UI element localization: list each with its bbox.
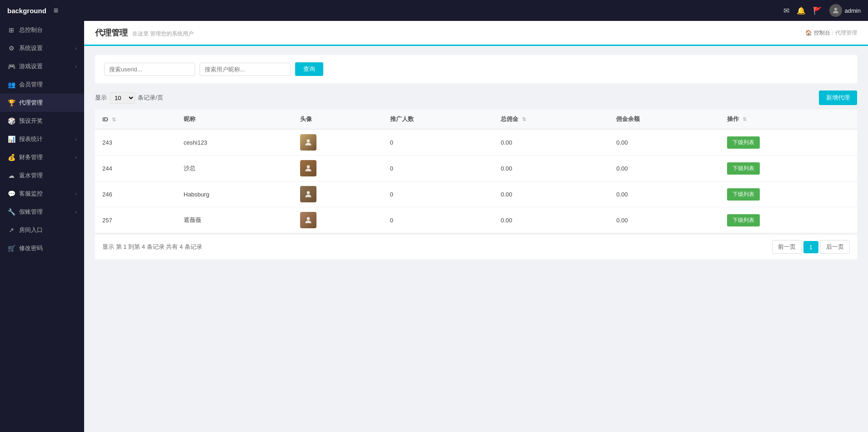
per-page-select[interactable]: 102550100: [110, 92, 135, 104]
bell-icon[interactable]: 🔔: [797, 6, 806, 15]
cell-commission-balance-2: 0.00: [609, 181, 720, 207]
cell-id-2: 246: [95, 181, 176, 207]
sidebar-item-member[interactable]: 👥 会员管理: [0, 75, 84, 94]
sidebar-item-refund[interactable]: ☁ 返水管理: [0, 166, 84, 185]
sub-list-button-3[interactable]: 下级列表: [727, 214, 760, 226]
avatar-thumb-3: [300, 212, 316, 228]
flag-icon[interactable]: 🚩: [813, 6, 822, 15]
sidebar-label-fake: 假账管理: [19, 208, 71, 216]
pagination-area: 显示 第 1 到第 4 条记录 共有 4 条记录 前一页 1 后一页: [95, 234, 857, 259]
user-menu[interactable]: admin: [829, 4, 861, 17]
sidebar-label-refund: 返水管理: [19, 171, 77, 180]
sidebar-arrow-game: ‹: [75, 64, 77, 69]
table-row: 257 遮薇薇 0 0.00 0.00 下级列表: [95, 207, 857, 233]
search-bar: 查询: [95, 55, 857, 83]
sidebar-item-agent[interactable]: 🏆 代理管理: [0, 94, 84, 112]
svg-point-1: [307, 139, 310, 142]
sidebar-icon-finance: 💰: [7, 154, 15, 161]
search-userid-input[interactable]: [104, 63, 195, 76]
col-id-label: ID: [102, 116, 108, 123]
sidebar-icon-service: 💬: [7, 190, 15, 197]
brand-logo: background: [7, 7, 46, 15]
col-actions: 操作 ⇅: [720, 110, 857, 129]
sidebar-icon-report: 📊: [7, 136, 15, 143]
add-agent-button[interactable]: 新增代理: [819, 90, 857, 105]
agent-table: ID ⇅ 昵称 头像 推广人数 总佣金 ⇅ 佣金余额: [95, 110, 857, 233]
sidebar-item-fake[interactable]: 🔧 假账管理 ‹: [0, 203, 84, 221]
sidebar-arrow-finance: ‹: [75, 155, 77, 160]
sidebar-icon-fake: 🔧: [7, 208, 15, 216]
sidebar-arrow-fake: ‹: [75, 209, 77, 215]
sidebar-label-report: 报表统计: [19, 135, 71, 143]
sidebar-item-dashboard[interactable]: ⊞ 总控制台: [0, 21, 84, 39]
sidebar-item-game[interactable]: 🎮 游戏设置 ‹: [0, 57, 84, 75]
svg-point-3: [307, 191, 310, 194]
cell-nickname-0: ceshi123: [176, 129, 293, 156]
query-button[interactable]: 查询: [295, 62, 323, 76]
per-page-label: 条记录/页: [138, 94, 163, 102]
cell-promotions-1: 0: [383, 156, 494, 181]
col-nickname: 昵称: [176, 110, 293, 129]
user-name: admin: [845, 7, 861, 14]
avatar-thumb-2: [300, 186, 316, 202]
sidebar-icon-password: 🛒: [7, 245, 15, 252]
table-controls: 显示 102550100 条记录/页 新增代理: [95, 90, 857, 105]
cell-actions-2: 下级列表: [720, 181, 857, 207]
avatar-thumb-0: [300, 134, 316, 151]
sidebar-item-finance[interactable]: 💰 财务管理 ‹: [0, 148, 84, 166]
sub-list-button-2[interactable]: 下级列表: [727, 188, 760, 201]
sub-list-button-1[interactable]: 下级列表: [727, 162, 760, 175]
sidebar-icon-game: 🎮: [7, 63, 15, 70]
sidebar-label-lottery: 预设开奖: [19, 117, 77, 125]
cell-avatar-0: [293, 129, 382, 156]
next-page-button[interactable]: 后一页: [820, 240, 850, 254]
sidebar-item-room[interactable]: ↗ 房间入口: [0, 221, 84, 239]
hamburger-button[interactable]: ≡: [54, 6, 59, 15]
page-subtitle: 在这里 管理您的系统用户: [132, 30, 194, 38]
sidebar-icon-room: ↗: [7, 226, 15, 234]
sub-list-button-0[interactable]: 下级列表: [727, 136, 760, 149]
table-row: 244 沙总 0 0.00 0.00 下级列表: [95, 156, 857, 181]
col-total-sort-icon[interactable]: ⇅: [522, 116, 526, 122]
search-username-input[interactable]: [200, 63, 291, 76]
sidebar-item-report[interactable]: 📊 报表统计 ‹: [0, 130, 84, 148]
col-total-commission-label: 总佣金: [501, 116, 518, 122]
cell-actions-3: 下级列表: [720, 207, 857, 233]
svg-point-4: [307, 217, 310, 220]
cell-commission-balance-0: 0.00: [609, 129, 720, 156]
page-title-area: 代理管理 在这里 管理您的系统用户: [95, 27, 194, 38]
page-header: 代理管理 在这里 管理您的系统用户 🏠 控制台 / 代理管理: [84, 21, 868, 46]
sidebar-icon-member: 👥: [7, 81, 15, 88]
sidebar-icon-lottery: 🎲: [7, 117, 15, 125]
cell-avatar-3: [293, 207, 382, 233]
svg-point-0: [834, 8, 837, 10]
cell-avatar-2: [293, 181, 382, 207]
top-header: background ≡ ✉ 🔔 🚩 admin: [0, 0, 868, 21]
cell-total-commission-3: 0.00: [493, 207, 609, 233]
mail-icon[interactable]: ✉: [783, 6, 789, 15]
avatar-thumb-1: [300, 160, 316, 176]
sidebar-item-password[interactable]: 🛒 修改密码: [0, 239, 84, 257]
cell-actions-1: 下级列表: [720, 156, 857, 181]
sidebar-item-lottery[interactable]: 🎲 预设开奖: [0, 112, 84, 130]
sidebar-item-system[interactable]: ⚙ 系统设置 ‹: [0, 39, 84, 57]
pagination-info: 显示 第 1 到第 4 条记录 共有 4 条记录: [102, 243, 202, 251]
col-id-sort-icon[interactable]: ⇅: [112, 117, 116, 122]
svg-point-2: [307, 165, 310, 168]
table-header-row: ID ⇅ 昵称 头像 推广人数 总佣金 ⇅ 佣金余额: [95, 110, 857, 129]
col-actions-sort-icon[interactable]: ⇅: [743, 116, 747, 122]
sidebar-item-service[interactable]: 💬 客服监控 ‹: [0, 185, 84, 203]
sidebar-icon-refund: ☁: [7, 172, 15, 179]
page-1-button[interactable]: 1: [803, 241, 818, 253]
cell-promotions-2: 0: [383, 181, 494, 207]
cell-commission-balance-3: 0.00: [609, 207, 720, 233]
breadcrumb-icon: 🏠: [805, 30, 812, 36]
main-content: 代理管理 在这里 管理您的系统用户 🏠 控制台 / 代理管理 查询 显示: [84, 21, 868, 432]
col-id: ID ⇅: [95, 110, 176, 129]
sidebar-label-system: 系统设置: [19, 44, 71, 52]
cell-nickname-2: Habsburg: [176, 181, 293, 207]
cell-actions-0: 下级列表: [720, 129, 857, 156]
breadcrumb-home[interactable]: 控制台: [814, 29, 830, 37]
prev-page-button[interactable]: 前一页: [772, 240, 802, 254]
table-head: ID ⇅ 昵称 头像 推广人数 总佣金 ⇅ 佣金余额: [95, 110, 857, 129]
